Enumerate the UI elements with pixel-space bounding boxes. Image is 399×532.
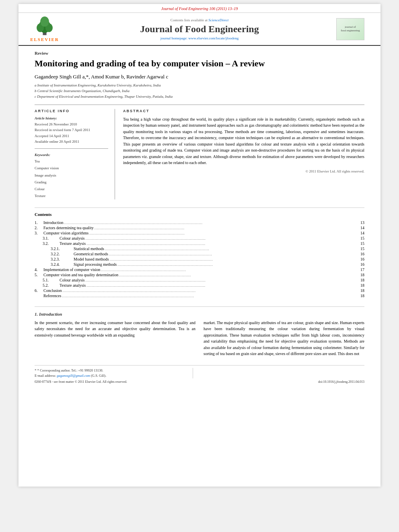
toc-row: 3.2.2.Geometrical methods ..............…: [35, 251, 364, 257]
keyword-cv: Computer vision: [35, 165, 108, 172]
toc-page: 15: [360, 246, 364, 251]
divider-top: [35, 105, 364, 105]
affiliations: a Institute of Instrumentation Engineeri…: [35, 82, 364, 100]
footnote-col: * * Corresponding author. Tel.: +91 9992…: [35, 368, 193, 378]
toc-dots: ........................................…: [119, 273, 360, 277]
toc-dots: ........................................…: [86, 236, 361, 240]
elsevier-tree-icon: [33, 16, 57, 36]
footnote-star: * * Corresponding author. Tel.: +91 9992…: [35, 368, 185, 374]
intro-right-col: market. The major physical quality attri…: [204, 320, 364, 357]
toc-row: 5.1.Colour analysis ....................…: [35, 277, 364, 283]
article-type: Review: [35, 51, 364, 55]
toc-num: 4.: [35, 267, 43, 272]
sciencedirect-label: Contents lists available at: [171, 18, 208, 22]
toc-num: 3.2.2.: [51, 252, 73, 256]
intro-two-col: In the present scenario, the ever increa…: [35, 320, 364, 357]
toc-label: Implementation of computer vision: [43, 267, 100, 272]
toc-row: 3.1.Colour analysis ....................…: [35, 236, 364, 241]
available-date: Available online 20 April 2011: [35, 139, 108, 144]
journal-header: ELSEVIER Contents lists available at Sci…: [19, 13, 380, 46]
main-content: Review Monitoring and grading of tea by …: [19, 46, 380, 392]
abstract-text: Tea being a high value crop throughout t…: [123, 116, 364, 166]
abstract-col: ABSTRACT Tea being a high value crop thr…: [123, 109, 364, 199]
toc-dots: ........................................…: [63, 289, 360, 293]
sciencedirect-link[interactable]: ScienceDirect: [208, 18, 228, 22]
toc-num: 3.1.: [43, 236, 59, 240]
page: Journal of Food Engineering 106 (2011) 1…: [19, 4, 380, 487]
toc-page: 16: [360, 262, 364, 267]
toc-page: 17: [360, 267, 364, 272]
toc-dots: ........................................…: [86, 242, 360, 246]
toc-dots: ........................................…: [95, 226, 360, 230]
received-date: Received 26 November 2010: [35, 121, 108, 127]
contents-title: Contents: [35, 212, 364, 217]
toc-row: 4.Implementation of computer vision ....…: [35, 267, 364, 272]
footnote-author: * Corresponding author. Tel.: +91 99920 …: [37, 368, 103, 372]
email-suffix: (G.S. Gill).: [91, 374, 106, 378]
toc-num: 2.: [35, 226, 43, 230]
toc-label: Geometrical methods: [74, 252, 108, 256]
toc-num: 3.2.3.: [51, 257, 73, 261]
svg-point-4: [40, 16, 49, 27]
toc-page: 18: [360, 294, 364, 298]
toc-num: 5.2.: [43, 283, 59, 288]
divider-keywords: [35, 148, 108, 149]
email-label: E-mail address:: [35, 374, 56, 378]
keyword-tea: Tea: [35, 158, 108, 165]
toc-num: 3.2.4.: [51, 262, 73, 267]
toc-dots: ........................................…: [89, 231, 360, 235]
paper-title: Monitoring and grading of tea by compute…: [35, 58, 364, 70]
elsevier-logo-container: ELSEVIER: [27, 16, 63, 42]
toc-row: 3.2.3.Model based methods ..............…: [35, 257, 364, 262]
toc-label: Factors determining tea quality: [43, 226, 94, 230]
copyright: © 2011 Elsevier Ltd. All rights reserved…: [123, 169, 364, 173]
toc-num: 1.: [35, 220, 43, 225]
toc-row: 3.2.Texture analysis ...................…: [35, 241, 364, 246]
toc-page: 18: [360, 283, 364, 288]
toc-container: 1.Introduction .........................…: [35, 220, 364, 298]
toc-page: 15: [360, 236, 364, 240]
toc-page: 18: [360, 278, 364, 282]
thumb-line2: food engineering: [341, 29, 360, 33]
toc-dots: ........................................…: [86, 278, 361, 282]
keywords-title: Keywords:: [35, 153, 108, 157]
toc-dots: ........................................…: [110, 257, 360, 261]
toc-label: Texture analysis: [60, 241, 86, 246]
toc-num: 5.1.: [43, 278, 59, 282]
toc-row: 3.2.1.Statistical methods ..............…: [35, 246, 364, 251]
journal-citation-bar: Journal of Food Engineering 106 (2011) 1…: [19, 4, 380, 13]
authors-text: Gagandeep Singh Gill a,*, Amod Kumar b, …: [35, 74, 168, 80]
introduction-section: 1. Introduction In the present scenario,…: [35, 306, 364, 357]
toc-page: 18: [360, 273, 364, 277]
footer-bottom: 0260-8774/$ - see front matter © 2011 El…: [35, 380, 364, 384]
toc-page: 15: [360, 241, 364, 246]
toc-row: 3.Computer vision algorithms ...........…: [35, 230, 364, 236]
toc-dots: ........................................…: [101, 268, 360, 272]
toc-num: 5.: [35, 273, 43, 277]
footer-license: 0260-8774/$ - see front matter © 2011 El…: [35, 380, 127, 384]
article-info-col: ARTICLE INFO Article history: Received 2…: [35, 109, 115, 199]
toc-row: 3.2.4.Signal processing methods ........…: [35, 262, 364, 267]
email-address[interactable]: gaganssgill@gmail.com: [57, 374, 90, 378]
toc-dots: ........................................…: [117, 263, 360, 267]
toc-label: Introduction: [43, 220, 63, 225]
contents-section: Contents 1.Introduction ................…: [35, 207, 364, 298]
toc-row: 5.Computer vision and tea quality determ…: [35, 272, 364, 277]
toc-num: 3.: [35, 231, 43, 235]
toc-dots: ........................................…: [105, 247, 360, 251]
affiliation-b: b Central Scientific Instruments Organiz…: [35, 88, 364, 94]
journal-homepage-link[interactable]: journal homepage: www.elsevier.com/locat…: [160, 36, 239, 40]
toc-row: 5.2.Texture analysis ...................…: [35, 283, 364, 288]
affiliation-c: c Department of Electrical and Instrumen…: [35, 94, 364, 99]
keyword-colour: Colour: [35, 186, 108, 193]
revised-date: Received in revised form 7 April 2011: [35, 127, 108, 133]
footer-doi: doi:10.1016/j.jfoodeng.2011.04.013: [318, 380, 364, 384]
affiliation-a: a Institute of Instrumentation Engineeri…: [35, 82, 364, 88]
toc-label: Signal processing methods: [74, 262, 117, 267]
authors: Gagandeep Singh Gill a,*, Amod Kumar b, …: [35, 74, 364, 80]
toc-page: 18: [360, 288, 364, 293]
keyword-ia: Image analysis: [35, 172, 108, 179]
page-footer: * * Corresponding author. Tel.: +91 9992…: [35, 365, 364, 378]
toc-label: References: [43, 294, 61, 298]
journal-title: Journal of Food Engineering: [63, 24, 336, 35]
